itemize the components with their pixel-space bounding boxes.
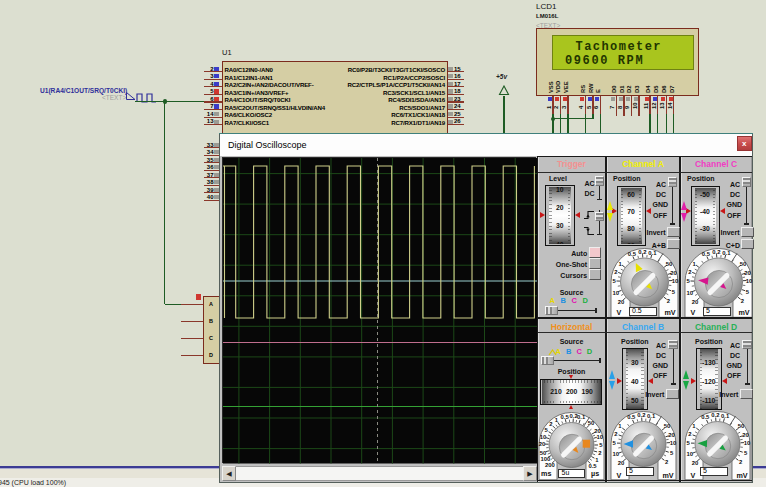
svg-text:200: 200 <box>545 462 556 468</box>
svg-text:20: 20 <box>617 460 624 466</box>
svg-text:0.1: 0.1 <box>577 414 586 420</box>
svg-text:50: 50 <box>739 261 746 267</box>
svg-text:20: 20 <box>668 432 675 438</box>
svg-text:V: V <box>616 471 621 480</box>
svg-text:mV: mV <box>662 471 673 480</box>
svg-text:mV: mV <box>664 308 675 317</box>
svg-text:0.1: 0.1 <box>722 250 731 256</box>
svg-text:10: 10 <box>540 434 547 440</box>
svg-text:10: 10 <box>686 451 693 457</box>
svg-text:0.1: 0.1 <box>721 413 730 419</box>
svg-text:50: 50 <box>540 450 547 456</box>
svg-text:10: 10 <box>596 434 603 440</box>
svg-text:10: 10 <box>669 440 676 446</box>
svg-text:0.5: 0.5 <box>561 413 570 419</box>
svg-text:20: 20 <box>744 270 751 276</box>
svg-text:10: 10 <box>612 451 619 457</box>
svg-text:50: 50 <box>663 423 670 429</box>
svg-text:10: 10 <box>745 278 752 284</box>
svg-text:0.1: 0.1 <box>647 413 656 419</box>
svg-text:20: 20 <box>670 270 677 276</box>
svg-text:0.5: 0.5 <box>701 251 710 257</box>
svg-text:0.5: 0.5 <box>588 463 597 469</box>
svg-text:10: 10 <box>671 278 678 284</box>
svg-text:0.2: 0.2 <box>638 249 647 255</box>
svg-text:0.2: 0.2 <box>712 249 721 255</box>
svg-text:20: 20 <box>691 460 698 466</box>
svg-text:0.5: 0.5 <box>627 414 636 420</box>
svg-text:mV: mV <box>738 308 749 317</box>
svg-text:20: 20 <box>617 299 624 305</box>
svg-text:50: 50 <box>588 420 595 426</box>
svg-text:0.2: 0.2 <box>637 412 646 418</box>
svg-text:V: V <box>690 308 695 317</box>
svg-text:V: V <box>616 308 621 317</box>
svg-text:10: 10 <box>612 290 619 296</box>
svg-text:0.5: 0.5 <box>701 414 710 420</box>
svg-text:50: 50 <box>737 423 744 429</box>
svg-text:0.2: 0.2 <box>711 412 720 418</box>
svg-text:0.1: 0.1 <box>648 250 657 256</box>
svg-text:V: V <box>690 471 695 480</box>
svg-text:20: 20 <box>539 441 546 447</box>
svg-text:50: 50 <box>665 261 672 267</box>
svg-text:20: 20 <box>691 299 698 305</box>
svg-text:10: 10 <box>743 440 750 446</box>
svg-text:mV: mV <box>736 471 747 480</box>
svg-text:0.5: 0.5 <box>627 251 636 257</box>
svg-text:10: 10 <box>686 290 693 296</box>
svg-text:100: 100 <box>540 456 551 462</box>
svg-text:20: 20 <box>742 432 749 438</box>
